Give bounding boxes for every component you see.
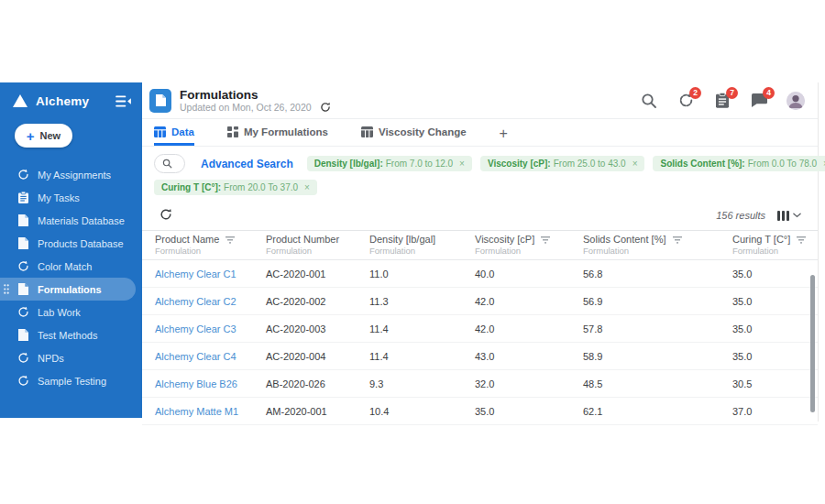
notification-badge: 2 bbox=[689, 87, 701, 99]
filter-chip-density: Density [lb/gal]: From 7.0 to 12.0 × bbox=[307, 156, 472, 171]
add-tab-button[interactable]: + bbox=[500, 119, 508, 146]
sidebar-item-formulations[interactable]: Formulations bbox=[0, 278, 136, 301]
sidebar-item-color-match[interactable]: Color Match bbox=[0, 255, 142, 278]
sidebar: Alchemy + New My Assignments My Tasks Ma… bbox=[0, 82, 142, 418]
product-name-link[interactable]: Alchemy Blue B26 bbox=[155, 378, 266, 389]
tasks-badge: 7 bbox=[726, 87, 738, 99]
refresh-results-icon[interactable] bbox=[160, 208, 172, 225]
filter-chip-viscosity: Viscosity [cP]: From 25.0 to 43.0 × bbox=[480, 156, 645, 171]
brand-name: Alchemy bbox=[36, 94, 116, 108]
vertical-scrollbar[interactable] bbox=[810, 275, 815, 412]
sync-icon bbox=[16, 260, 29, 272]
sync-icon bbox=[16, 352, 29, 364]
clipboard-icon bbox=[16, 192, 29, 203]
sidebar-item-my-assignments[interactable]: My Assignments bbox=[0, 163, 142, 186]
updated-timestamp: Updated on Mon, Oct 26, 2020 bbox=[180, 102, 312, 113]
formulations-doc-icon bbox=[149, 89, 171, 113]
sidebar-item-lab-work[interactable]: Lab Work bbox=[0, 301, 142, 323]
document-icon bbox=[16, 214, 29, 226]
page-title: Formulations bbox=[180, 88, 331, 103]
refresh-icon[interactable] bbox=[320, 102, 331, 113]
brand-row: Alchemy bbox=[0, 82, 142, 119]
advanced-search-link[interactable]: Advanced Search bbox=[201, 158, 293, 170]
sidebar-collapse-icon[interactable] bbox=[116, 95, 131, 107]
close-icon[interactable]: × bbox=[459, 159, 465, 169]
tab-my-formulations[interactable]: My Formulations bbox=[227, 119, 328, 146]
tab-bar: Data My Formulations Viscosity Change + bbox=[142, 119, 818, 147]
product-name-link[interactable]: Alchemy Clear C2 bbox=[155, 296, 266, 307]
app-window: Alchemy + New My Assignments My Tasks Ma… bbox=[0, 0, 825, 504]
chevron-down-icon bbox=[793, 213, 801, 218]
drag-handle-icon[interactable] bbox=[4, 281, 9, 298]
sidebar-menu: My Assignments My Tasks Materials Databa… bbox=[0, 163, 142, 392]
filter-area: Advanced Search Density [lb/gal]: From 7… bbox=[142, 147, 818, 201]
filter-icon[interactable] bbox=[226, 236, 235, 244]
sync-notifications-icon[interactable]: 2 bbox=[676, 92, 695, 110]
tab-viscosity-change[interactable]: Viscosity Change bbox=[361, 119, 467, 146]
column-header-density[interactable]: Density [lb/gal] Formulation bbox=[369, 234, 475, 257]
product-name-link[interactable]: Alchemy Matte M1 bbox=[155, 406, 266, 417]
sync-icon bbox=[16, 375, 29, 387]
sidebar-item-npds[interactable]: NPDs bbox=[0, 346, 142, 369]
tab-data[interactable]: Data bbox=[154, 119, 194, 146]
sidebar-item-sample-testing[interactable]: Sample Testing bbox=[0, 369, 142, 392]
table-row: Alchemy Matte M1 AM-2020-001 10.4 35.0 6… bbox=[142, 398, 818, 425]
sidebar-item-products-database[interactable]: Products Database bbox=[0, 232, 142, 255]
close-icon[interactable]: × bbox=[632, 159, 638, 169]
header-icons: 2 7 4 bbox=[640, 92, 805, 110]
column-header-product-number[interactable]: Product Number Formulation bbox=[266, 234, 369, 257]
sidebar-item-materials-database[interactable]: Materials Database bbox=[0, 209, 142, 232]
results-count: 156 results bbox=[716, 210, 765, 221]
filter-chip-solids: Solids Content [%]: From 0.0 To 78.0 × bbox=[653, 156, 825, 171]
document-icon bbox=[16, 283, 29, 295]
product-name-link[interactable]: Alchemy Clear C4 bbox=[155, 351, 266, 362]
table-row: Alchemy Clear C2 AC-2020-002 11.3 42.0 5… bbox=[142, 288, 818, 315]
page-header: Formulations Updated on Mon, Oct 26, 202… bbox=[142, 82, 818, 119]
close-icon[interactable]: × bbox=[304, 182, 310, 192]
search-formulations-input-wrap bbox=[154, 154, 185, 173]
column-header-solids-content[interactable]: Solids Content [%] Formulation bbox=[583, 234, 732, 257]
table-row: Alchemy Clear C3 AC-2020-003 11.4 42.0 5… bbox=[142, 315, 818, 343]
main-content: Formulations Updated on Mon, Oct 26, 202… bbox=[142, 82, 819, 422]
messages-badge: 4 bbox=[763, 87, 775, 99]
column-header-product-name[interactable]: Product Name Formulation bbox=[155, 234, 266, 257]
column-settings-button[interactable] bbox=[777, 211, 801, 221]
filter-icon[interactable] bbox=[797, 236, 806, 244]
title-block: Formulations Updated on Mon, Oct 26, 202… bbox=[180, 88, 331, 114]
product-name-link[interactable]: Alchemy Clear C3 bbox=[155, 323, 266, 334]
column-header-curing-t[interactable]: Curing T [C°] Formulation bbox=[732, 234, 818, 257]
table-toolbar: 156 results bbox=[142, 201, 818, 231]
tasks-clipboard-icon[interactable]: 7 bbox=[713, 92, 732, 110]
table-header: Product Name Formulation Product Number … bbox=[142, 231, 818, 260]
user-avatar[interactable] bbox=[786, 92, 805, 110]
document-icon bbox=[16, 329, 29, 341]
search-icon bbox=[162, 159, 172, 169]
new-button[interactable]: + New bbox=[15, 124, 72, 148]
filter-chip-curing: Curing T [C°]: From 20.0 To 37.0 × bbox=[154, 180, 317, 195]
sync-icon bbox=[16, 306, 29, 318]
alchemy-logo-icon bbox=[13, 94, 28, 107]
product-name-link[interactable]: Alchemy Clear C1 bbox=[155, 268, 266, 279]
filter-icon[interactable] bbox=[541, 236, 550, 244]
search-icon[interactable] bbox=[640, 92, 658, 110]
messages-icon[interactable]: 4 bbox=[750, 92, 768, 110]
sidebar-item-my-tasks[interactable]: My Tasks bbox=[0, 186, 142, 209]
columns-icon bbox=[777, 211, 789, 221]
plus-icon: + bbox=[27, 129, 35, 143]
table-row: Alchemy Clear C1 AC-2020-001 11.0 40.0 5… bbox=[142, 260, 818, 288]
column-header-viscosity[interactable]: Viscosity [cP] Formulation bbox=[475, 234, 583, 257]
filter-icon[interactable] bbox=[673, 236, 682, 244]
table-row: Alchemy Blue B26 AB-2020-026 9.3 32.0 48… bbox=[142, 370, 818, 398]
table-row: Alchemy Clear C4 AC-2020-004 11.4 43.0 5… bbox=[142, 343, 818, 370]
document-icon bbox=[16, 237, 29, 249]
sync-icon bbox=[16, 169, 29, 181]
sidebar-item-test-methods[interactable]: Test Methods bbox=[0, 323, 142, 346]
